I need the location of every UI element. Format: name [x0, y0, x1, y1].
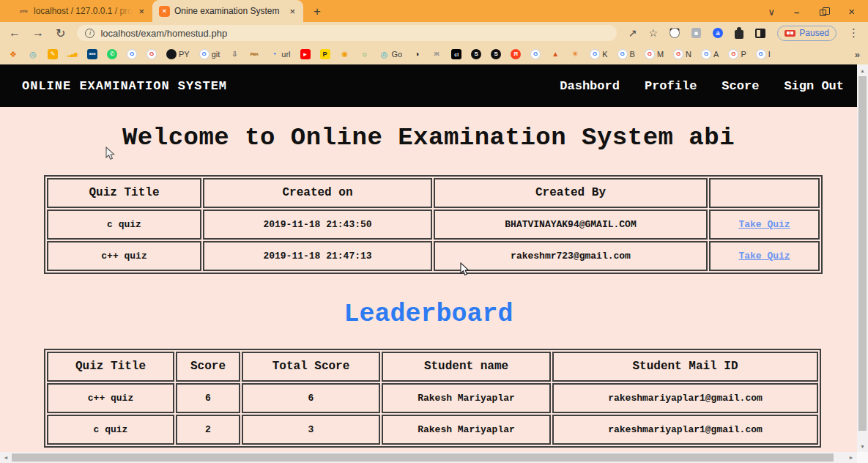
vertical-scroll-thumb[interactable]: [858, 76, 867, 431]
horizontal-scrollbar[interactable]: ◄ ►: [0, 452, 868, 463]
nav-link-signout[interactable]: Sign Out: [784, 79, 844, 93]
sync-paused-badge-icon: [784, 30, 795, 37]
mail-cell: rakeshmariyaplar1@gmail.com: [552, 383, 818, 413]
scrollbar-corner: [857, 452, 868, 463]
google-3-bookmark[interactable]: G: [530, 49, 541, 59]
created-by-cell: BHATVINAYAK94@GMAIL.COM: [434, 210, 708, 240]
google-b-bookmark[interactable]: GB: [617, 49, 635, 59]
a-extension-icon[interactable]: a: [713, 28, 723, 38]
close-button[interactable]: ×: [848, 5, 855, 18]
scroll-left-icon[interactable]: ◄: [0, 452, 12, 463]
tab-close-icon[interactable]: ×: [137, 6, 146, 17]
side-panel-icon[interactable]: [755, 29, 766, 38]
google-1-icon: G: [127, 49, 137, 59]
whatsapp-icon: ✆: [107, 49, 117, 59]
created-on-cell: 2019-11-18 21:47:13: [203, 241, 432, 271]
duck-bookmark[interactable]: ◑: [412, 49, 422, 59]
browser-toolbar: ← → ↻ i localhost/exam/homestud.php ↗ ☆ …: [0, 22, 868, 44]
welcome-heading: Welcome to Online Examination System abi: [0, 123, 857, 153]
minimize-button[interactable]: –: [794, 7, 799, 18]
take-quiz-link[interactable]: Take Quiz: [738, 251, 790, 262]
google-1-bookmark[interactable]: G: [127, 49, 137, 59]
take-quiz-link[interactable]: Take Quiz: [738, 219, 790, 230]
yandex-icon: Я: [511, 49, 521, 59]
new-tab-button[interactable]: +: [314, 4, 321, 19]
github-label: PY: [179, 50, 190, 59]
speedtest-icon: ◔: [269, 49, 279, 59]
tab-title: localhost / 127.0.0.1 / project / st: [34, 6, 133, 16]
google-git-bookmark[interactable]: Ggit: [199, 49, 220, 59]
download-bookmark[interactable]: ⇩: [229, 49, 240, 59]
browser-window: pma localhost / 127.0.0.1 / project / st…: [0, 0, 868, 463]
tab-exam-system[interactable]: × Onine examination System ×: [152, 0, 303, 22]
nav-link-profile[interactable]: Profile: [645, 79, 697, 93]
total-cell: 6: [242, 383, 380, 413]
analytics-bookmark[interactable]: ▂▄▆: [67, 49, 78, 59]
horizontal-scroll-thumb[interactable]: [12, 453, 834, 462]
nav-link-dashboard[interactable]: Dashbord: [560, 79, 620, 93]
back-button[interactable]: ←: [9, 26, 21, 40]
info-icon[interactable]: i: [85, 29, 94, 38]
restore-button[interactable]: [820, 10, 826, 16]
google-n-bookmark[interactable]: GN: [673, 49, 691, 59]
go-circle-bookmark[interactable]: ◎Go: [379, 49, 403, 59]
profile-extension-icon[interactable]: ☻: [691, 28, 702, 38]
address-bar[interactable]: i localhost/exam/homestud.php: [77, 25, 616, 41]
s-circle-1-bookmark[interactable]: S: [471, 49, 481, 59]
p-badge-bookmark[interactable]: P: [320, 49, 330, 59]
bookmarks-overflow-icon[interactable]: »: [855, 49, 860, 60]
camera-bookmark[interactable]: ◉: [340, 49, 350, 59]
panda-extension-icon[interactable]: [669, 28, 680, 38]
google-k-bookmark[interactable]: GK: [590, 49, 607, 59]
tab-phpmyadmin[interactable]: pma localhost / 127.0.0.1 / project / st…: [12, 0, 152, 22]
quiz-cell: c++ quiz: [47, 383, 174, 413]
sun-eye-bookmark[interactable]: ✳: [570, 49, 580, 59]
google-i-bookmark[interactable]: GI: [756, 49, 771, 59]
google-a-bookmark[interactable]: GA: [701, 49, 719, 59]
google-m-bookmark[interactable]: GM: [645, 49, 664, 59]
ring-bookmark[interactable]: ○: [360, 49, 370, 59]
matlab-bookmark[interactable]: ▲: [550, 49, 560, 59]
scroll-right-icon[interactable]: ►: [845, 452, 857, 463]
s-circle-2-bookmark[interactable]: S: [491, 49, 501, 59]
nav-link-score[interactable]: Score: [722, 79, 759, 93]
github-icon: [166, 49, 177, 59]
vertical-scrollbar[interactable]: ▲ ▼: [857, 64, 868, 452]
scroll-up-icon[interactable]: ▲: [857, 64, 868, 76]
forward-button[interactable]: →: [32, 26, 44, 40]
col-quiz-title: Quiz Title: [47, 352, 174, 382]
youtube-bookmark[interactable]: ▶: [300, 49, 311, 59]
go-circle-label: Go: [392, 50, 403, 59]
tab-title: Onine examination System: [174, 6, 283, 16]
google-n-icon: G: [673, 49, 683, 59]
compose-icon: ✎: [48, 49, 58, 59]
reload-button[interactable]: ↻: [56, 26, 65, 40]
menu-icon[interactable]: ⋮: [848, 26, 859, 40]
extensions-puzzle-icon[interactable]: [735, 30, 743, 39]
share-icon[interactable]: ↗: [628, 27, 637, 39]
scroll-down-icon[interactable]: ▼: [857, 440, 868, 452]
google-2-bookmark[interactable]: G: [146, 49, 157, 59]
col-student-mail: Student Mail ID: [552, 352, 818, 382]
url-text[interactable]: localhost/exam/homestud.php: [100, 28, 227, 39]
quiz-title-cell: c++ quiz: [47, 241, 201, 271]
compose-bookmark[interactable]: ✎: [48, 49, 58, 59]
yandex-bookmark[interactable]: Я: [511, 49, 521, 59]
speedtest-label: url: [281, 50, 290, 59]
score-cell: 6: [176, 383, 240, 413]
phpmyadmin-bookmark[interactable]: PMA: [249, 49, 259, 59]
github-bookmark[interactable]: PY: [166, 49, 190, 59]
google-p-bookmark[interactable]: GP: [728, 49, 746, 59]
bookmark-star-icon[interactable]: ☆: [648, 27, 658, 39]
tab-search-icon[interactable]: ∨: [768, 7, 775, 18]
swirl-bookmark[interactable]: ◎: [28, 49, 38, 59]
speedtest-bookmark[interactable]: ◔url: [269, 49, 290, 59]
media-play-bookmark[interactable]: ❖: [8, 49, 18, 59]
cl-bookmark[interactable]: cl: [451, 49, 461, 59]
ieee-bookmark[interactable]: IEEE: [87, 49, 97, 59]
whatsapp-bookmark[interactable]: ✆: [107, 49, 117, 59]
col-created-by: Created By: [434, 178, 708, 208]
figure-bookmark[interactable]: Ж: [431, 49, 442, 59]
tab-close-icon[interactable]: ×: [288, 6, 297, 17]
profile-paused-button[interactable]: Paused: [777, 26, 837, 41]
